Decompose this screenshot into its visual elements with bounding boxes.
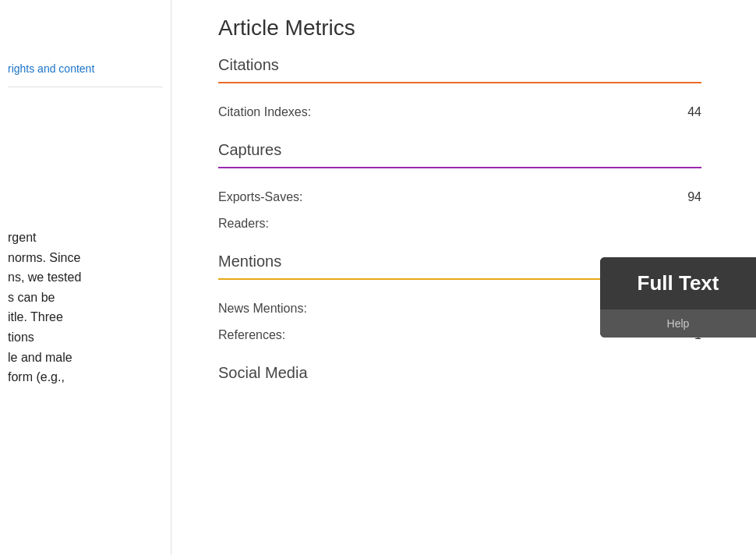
exports-saves-value: 94: [687, 190, 701, 204]
body-line-2: norms. Since: [8, 248, 163, 268]
readers-row: Readers:: [218, 210, 701, 237]
captures-heading: Captures: [218, 141, 701, 159]
social-media-section: Social Media: [218, 364, 701, 382]
rights-and-content-link[interactable]: rights and content: [8, 62, 163, 87]
tooltip-help-label[interactable]: Help: [600, 309, 756, 338]
body-line-7: le and male: [8, 348, 163, 368]
citation-indexes-row: Citation Indexes: 44: [218, 99, 701, 125]
body-line-1: rgent: [8, 228, 163, 248]
citations-heading: Citations: [218, 56, 701, 74]
citations-section: Citations Citation Indexes: 44: [218, 56, 701, 125]
captures-section: Captures Exports-Saves: 94 Readers:: [218, 141, 701, 237]
body-line-5: itle. Three: [8, 307, 163, 327]
readers-label: Readers:: [218, 217, 269, 231]
references-label: References:: [218, 328, 285, 342]
body-line-6: tions: [8, 327, 163, 348]
left-panel: rights and content rgent norms. Since ns…: [0, 0, 171, 555]
body-line-8: form (e.g.,: [8, 367, 163, 387]
exports-saves-row: Exports-Saves: 94: [218, 184, 701, 210]
exports-saves-label: Exports-Saves:: [218, 190, 302, 204]
citation-indexes-label: Citation Indexes:: [218, 105, 311, 119]
captures-divider: [218, 167, 701, 168]
article-body-text: rgent norms. Since ns, we tested s can b…: [8, 228, 163, 387]
body-line-3: ns, we tested: [8, 267, 163, 288]
page-title: Article Metrics: [218, 16, 701, 41]
citations-divider: [218, 82, 701, 83]
news-mentions-label: News Mentions:: [218, 302, 307, 316]
full-text-label[interactable]: Full Text: [600, 257, 756, 309]
social-media-heading: Social Media: [218, 364, 701, 382]
full-text-tooltip[interactable]: Full Text Help: [600, 257, 756, 338]
body-line-4: s can be: [8, 288, 163, 308]
citation-indexes-value: 44: [687, 105, 701, 119]
